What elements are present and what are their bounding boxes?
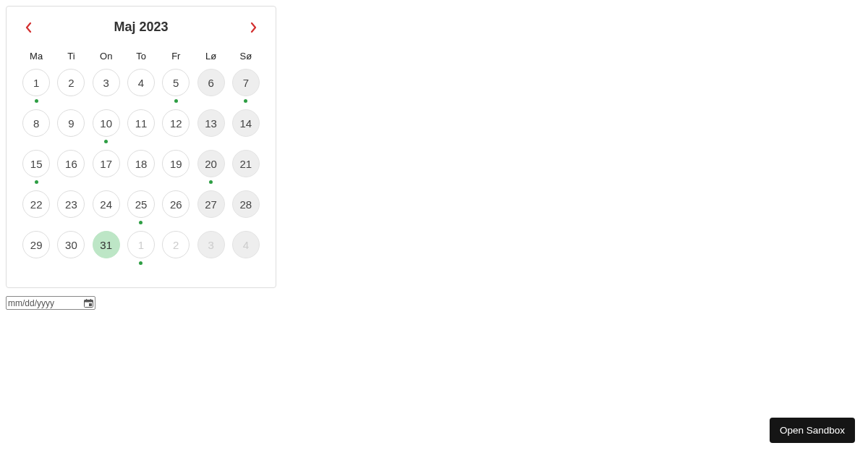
- day-cell: 20: [197, 150, 224, 190]
- chevron-right-icon: [250, 22, 257, 33]
- day-cell: 5: [162, 69, 190, 109]
- day-button[interactable]: 28: [232, 190, 260, 218]
- day-button[interactable]: 1: [22, 69, 50, 96]
- day-cell: 1: [22, 69, 50, 109]
- day-button[interactable]: 8: [22, 109, 50, 137]
- day-button[interactable]: 2: [57, 69, 85, 96]
- day-button[interactable]: 17: [93, 150, 120, 177]
- day-button[interactable]: 7: [232, 69, 260, 96]
- day-button[interactable]: 13: [197, 109, 225, 137]
- event-dot: [35, 99, 38, 103]
- day-cell: 6: [197, 69, 224, 109]
- date-input-placeholder: mm/dd/yyyy: [8, 298, 54, 308]
- open-sandbox-label: Open Sandbox: [780, 425, 845, 436]
- calendar-grid: MaTiOnToFrLøSø12345678910111213141516171…: [22, 51, 260, 271]
- day-cell: 26: [162, 190, 190, 231]
- day-button[interactable]: 22: [22, 190, 50, 218]
- svg-rect-2: [86, 299, 87, 301]
- weekday-label: Fr: [162, 51, 190, 69]
- day-cell: 7: [232, 69, 260, 109]
- svg-rect-1: [85, 300, 93, 302]
- weekday-label: Ma: [22, 51, 50, 69]
- day-cell: 16: [57, 150, 85, 190]
- day-button[interactable]: 12: [162, 109, 190, 137]
- day-cell: 23: [57, 190, 85, 231]
- day-button[interactable]: 25: [127, 190, 155, 218]
- day-button[interactable]: 30: [57, 231, 85, 258]
- day-button[interactable]: 5: [162, 69, 190, 96]
- weekday-label: On: [93, 51, 120, 69]
- day-button[interactable]: 10: [93, 109, 120, 137]
- day-button[interactable]: 21: [232, 150, 260, 177]
- prev-month-button[interactable]: [22, 21, 35, 34]
- day-button[interactable]: 1: [127, 231, 155, 258]
- day-cell: 28: [232, 190, 260, 231]
- day-cell: 29: [22, 231, 50, 271]
- weekday-label: Ti: [57, 51, 85, 69]
- day-button[interactable]: 23: [57, 190, 85, 218]
- event-dot: [139, 261, 142, 265]
- day-cell: 4: [127, 69, 155, 109]
- day-button[interactable]: 2: [162, 231, 190, 258]
- day-button[interactable]: 4: [127, 69, 155, 96]
- weekday-label: Lø: [197, 51, 224, 69]
- day-button[interactable]: 14: [232, 109, 260, 137]
- day-cell: 8: [22, 109, 50, 150]
- event-dot: [35, 180, 38, 184]
- day-button[interactable]: 31: [93, 231, 120, 258]
- weekday-label: Sø: [232, 51, 260, 69]
- day-button[interactable]: 19: [162, 150, 190, 177]
- day-cell: 2: [162, 231, 190, 271]
- day-cell: 18: [127, 150, 155, 190]
- event-dot: [139, 221, 142, 224]
- day-cell: 13: [197, 109, 224, 150]
- day-cell: 19: [162, 150, 190, 190]
- day-cell: 3: [93, 69, 120, 109]
- svg-rect-4: [89, 303, 92, 306]
- day-cell: 12: [162, 109, 190, 150]
- day-cell: 10: [93, 109, 120, 150]
- chevron-left-icon: [25, 22, 33, 33]
- day-cell: 30: [57, 231, 85, 271]
- day-button[interactable]: 15: [22, 150, 50, 177]
- day-cell: 31: [93, 231, 120, 271]
- calendar-icon: [84, 299, 93, 308]
- day-button[interactable]: 9: [57, 109, 85, 137]
- event-dot: [104, 140, 108, 143]
- day-button[interactable]: 16: [57, 150, 85, 177]
- day-button[interactable]: 26: [162, 190, 190, 218]
- day-cell: 3: [197, 231, 224, 271]
- event-dot: [244, 99, 247, 103]
- event-dot: [209, 180, 213, 184]
- next-month-button[interactable]: [247, 21, 260, 34]
- calendar: Maj 2023 MaTiOnToFrLøSø12345678910111213…: [6, 6, 276, 288]
- day-button[interactable]: 27: [197, 190, 225, 218]
- day-cell: 25: [127, 190, 155, 231]
- day-button[interactable]: 4: [232, 231, 260, 258]
- day-cell: 11: [127, 109, 155, 150]
- day-button[interactable]: 6: [197, 69, 225, 96]
- day-button[interactable]: 29: [22, 231, 50, 258]
- svg-rect-3: [90, 299, 91, 301]
- day-button[interactable]: 24: [93, 190, 120, 218]
- day-cell: 14: [232, 109, 260, 150]
- day-button[interactable]: 11: [127, 109, 155, 137]
- day-cell: 9: [57, 109, 85, 150]
- day-cell: 4: [232, 231, 260, 271]
- day-cell: 22: [22, 190, 50, 231]
- day-cell: 24: [93, 190, 120, 231]
- day-button[interactable]: 3: [197, 231, 225, 258]
- event-dot: [174, 99, 178, 103]
- day-button[interactable]: 3: [93, 69, 120, 96]
- open-sandbox-button[interactable]: Open Sandbox: [770, 418, 855, 443]
- day-cell: 27: [197, 190, 224, 231]
- calendar-title: Maj 2023: [114, 20, 168, 35]
- day-button[interactable]: 18: [127, 150, 155, 177]
- calendar-header: Maj 2023: [22, 20, 260, 35]
- weekday-label: To: [127, 51, 155, 69]
- day-button[interactable]: 20: [197, 150, 225, 177]
- day-cell: 17: [93, 150, 120, 190]
- day-cell: 21: [232, 150, 260, 190]
- date-input[interactable]: mm/dd/yyyy: [6, 296, 95, 310]
- day-cell: 2: [57, 69, 85, 109]
